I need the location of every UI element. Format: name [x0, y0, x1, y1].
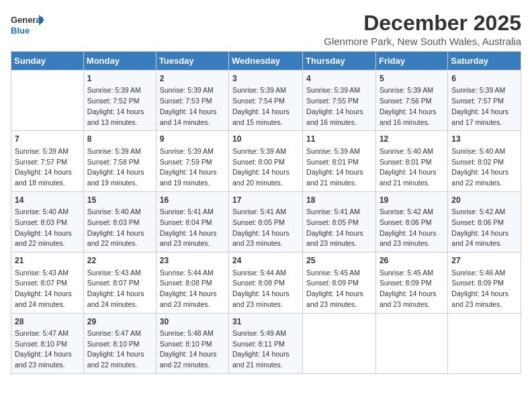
cell-text: Sunrise: 5:39 AM: [160, 86, 214, 94]
cell-text: and 22 minutes.: [87, 361, 138, 369]
calendar-cell: 27Sunrise: 5:46 AMSunset: 8:09 PMDayligh…: [448, 253, 521, 313]
calendar-cell: 24Sunrise: 5:44 AMSunset: 8:08 PMDayligh…: [229, 253, 303, 313]
logo-svg: General Blue: [11, 11, 44, 40]
main-title: December 2025: [324, 11, 521, 36]
cell-text: Daylight: 14 hours: [451, 289, 508, 298]
cell-text: and 23 minutes.: [160, 239, 210, 247]
calendar-table: SundayMondayTuesdayWednesdayThursdayFrid…: [11, 51, 521, 374]
day-number: 26: [380, 255, 444, 267]
calendar-cell: 11Sunrise: 5:39 AMSunset: 8:01 PMDayligh…: [303, 131, 376, 191]
cell-text: and 23 minutes.: [160, 300, 210, 308]
day-number: 23: [160, 255, 225, 267]
calendar-body: 1Sunrise: 5:39 AMSunset: 7:52 PMDaylight…: [11, 71, 521, 374]
calendar-cell: 18Sunrise: 5:41 AMSunset: 8:05 PMDayligh…: [303, 191, 376, 252]
cell-text: and 13 minutes.: [87, 118, 138, 126]
cell-text: Sunset: 8:05 PM: [306, 218, 359, 226]
cell-text: Sunset: 8:08 PM: [232, 279, 285, 287]
calendar-cell: 25Sunrise: 5:45 AMSunset: 8:09 PMDayligh…: [303, 253, 376, 313]
calendar-cell: 12Sunrise: 5:40 AMSunset: 8:01 PMDayligh…: [375, 131, 447, 191]
calendar-header-row: SundayMondayTuesdayWednesdayThursdayFrid…: [11, 52, 521, 71]
day-number: 1: [87, 73, 152, 85]
cell-text: Sunset: 8:06 PM: [380, 218, 432, 226]
cell-text: Daylight: 14 hours: [380, 289, 437, 298]
calendar-cell: 2Sunrise: 5:39 AMSunset: 7:53 PMDaylight…: [156, 71, 228, 131]
calendar-day-header: Thursday: [303, 52, 376, 71]
cell-text: Sunrise: 5:45 AM: [306, 269, 360, 277]
cell-text: Sunset: 8:02 PM: [451, 158, 504, 166]
calendar-cell: [11, 71, 84, 131]
cell-text: Sunrise: 5:39 AM: [87, 86, 141, 94]
cell-text: and 24 minutes.: [15, 300, 65, 308]
cell-text: Sunset: 8:01 PM: [380, 158, 432, 166]
cell-text: and 18 minutes.: [15, 179, 65, 187]
cell-text: Sunset: 7:59 PM: [160, 158, 212, 166]
cell-text: and 21 minutes.: [306, 179, 357, 187]
cell-text: and 22 minutes.: [451, 179, 502, 187]
cell-text: Daylight: 14 hours: [160, 107, 217, 116]
cell-text: Daylight: 14 hours: [160, 289, 217, 298]
day-number: 12: [380, 134, 444, 145]
cell-text: Sunrise: 5:46 AM: [451, 269, 505, 277]
day-number: 30: [160, 316, 225, 328]
cell-text: Sunrise: 5:39 AM: [306, 86, 360, 94]
day-number: 4: [306, 73, 372, 85]
cell-text: and 20 minutes.: [232, 179, 283, 187]
cell-text: Sunset: 8:10 PM: [87, 340, 140, 348]
cell-text: Sunset: 8:03 PM: [15, 218, 67, 226]
cell-text: Daylight: 14 hours: [232, 350, 290, 358]
cell-text: Sunrise: 5:39 AM: [87, 147, 141, 155]
cell-text: Sunrise: 5:43 AM: [87, 269, 141, 277]
cell-text: and 22 minutes.: [15, 239, 65, 247]
cell-text: Sunrise: 5:40 AM: [87, 208, 141, 216]
cell-text: Sunset: 8:05 PM: [232, 218, 285, 226]
cell-text: Sunrise: 5:49 AM: [232, 329, 286, 337]
cell-text: Sunset: 7:56 PM: [380, 97, 432, 105]
header: General Blue December 2025 Glenmore Park…: [11, 11, 521, 47]
cell-text: and 23 minutes.: [451, 300, 502, 308]
cell-text: and 14 minutes.: [160, 118, 210, 126]
cell-text: Daylight: 14 hours: [87, 107, 144, 116]
cell-text: Daylight: 14 hours: [232, 107, 290, 116]
day-number: 6: [451, 73, 517, 85]
day-number: 27: [451, 255, 517, 267]
calendar-cell: 8Sunrise: 5:39 AMSunset: 7:58 PMDaylight…: [83, 131, 156, 191]
calendar-cell: 20Sunrise: 5:42 AMSunset: 8:06 PMDayligh…: [448, 191, 521, 252]
cell-text: Sunrise: 5:47 AM: [87, 329, 141, 337]
cell-text: and 21 minutes.: [232, 361, 283, 369]
day-number: 7: [15, 134, 80, 145]
cell-text: Sunrise: 5:41 AM: [160, 208, 214, 216]
cell-text: Daylight: 14 hours: [87, 229, 144, 237]
calendar-cell: 21Sunrise: 5:43 AMSunset: 8:07 PMDayligh…: [11, 253, 84, 313]
cell-text: and 19 minutes.: [87, 179, 138, 187]
cell-text: Sunset: 8:04 PM: [160, 218, 212, 226]
cell-text: and 24 minutes.: [87, 300, 138, 308]
cell-text: Sunset: 7:57 PM: [15, 158, 67, 166]
cell-text: Sunset: 8:08 PM: [160, 279, 212, 287]
cell-text: Sunset: 7:52 PM: [87, 97, 140, 105]
day-number: 20: [451, 195, 517, 206]
cell-text: Sunset: 7:54 PM: [232, 97, 285, 105]
calendar-week-row: 14Sunrise: 5:40 AMSunset: 8:03 PMDayligh…: [11, 191, 521, 252]
calendar-cell: 13Sunrise: 5:40 AMSunset: 8:02 PMDayligh…: [448, 131, 521, 191]
cell-text: and 23 minutes.: [232, 300, 283, 308]
calendar-cell: 14Sunrise: 5:40 AMSunset: 8:03 PMDayligh…: [11, 191, 84, 252]
cell-text: Sunset: 8:09 PM: [306, 279, 359, 287]
cell-text: Sunrise: 5:45 AM: [380, 269, 433, 277]
day-number: 17: [232, 195, 299, 206]
cell-text: Sunrise: 5:43 AM: [15, 269, 69, 277]
cell-text: Daylight: 14 hours: [380, 107, 437, 116]
calendar-cell: 10Sunrise: 5:39 AMSunset: 8:00 PMDayligh…: [229, 131, 303, 191]
calendar-cell: 6Sunrise: 5:39 AMSunset: 7:57 PMDaylight…: [448, 71, 521, 131]
calendar-cell: [375, 313, 447, 373]
cell-text: Sunset: 8:09 PM: [451, 279, 504, 287]
cell-text: Daylight: 14 hours: [232, 289, 290, 298]
calendar-cell: 28Sunrise: 5:47 AMSunset: 8:10 PMDayligh…: [11, 313, 84, 373]
cell-text: Daylight: 14 hours: [306, 168, 363, 176]
cell-text: Daylight: 14 hours: [306, 229, 363, 237]
cell-text: Daylight: 14 hours: [306, 107, 363, 116]
cell-text: and 22 minutes.: [87, 239, 138, 247]
cell-text: Daylight: 14 hours: [232, 168, 290, 176]
cell-text: Sunrise: 5:41 AM: [232, 208, 286, 216]
cell-text: Sunrise: 5:42 AM: [380, 208, 433, 216]
day-number: 9: [160, 134, 225, 145]
